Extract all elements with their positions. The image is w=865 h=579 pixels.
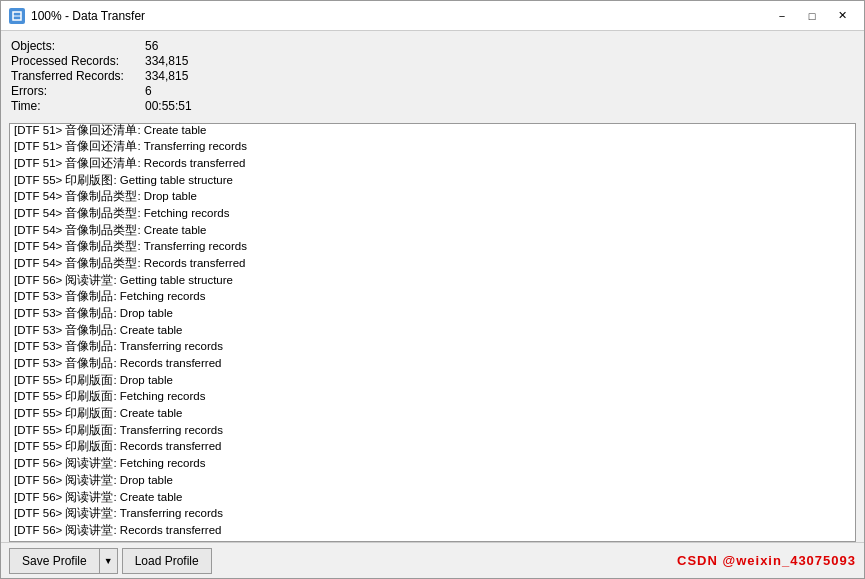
load-profile-button[interactable]: Load Profile — [122, 548, 212, 574]
app-icon — [9, 8, 25, 24]
objects-value: 56 — [145, 39, 158, 53]
stat-processed: Processed Records: 334,815 — [11, 54, 854, 68]
title-bar-left: 100% - Data Transfer — [9, 8, 145, 24]
log-line: [DTF 55> 印刷版面: Create table — [14, 405, 851, 422]
log-line: [DTF 55> 印刷版面: Drop table — [14, 372, 851, 389]
stat-transferred: Transferred Records: 334,815 — [11, 69, 854, 83]
log-line: [DTF 56> 阅读讲堂: Drop table — [14, 472, 851, 489]
log-line: [DTF 51> 音像回还清单: Create table — [14, 124, 851, 138]
log-line: [DTF 56> 阅读讲堂: Records transferred — [14, 522, 851, 539]
log-line: [DTF 54> 音像制品类型: Transferring records — [14, 238, 851, 255]
log-line: [DTF 54> 音像制品类型: Drop table — [14, 188, 851, 205]
main-window: 100% - Data Transfer − □ ✕ Objects: 56 P… — [0, 0, 865, 579]
stats-area: Objects: 56 Processed Records: 334,815 T… — [1, 31, 864, 123]
log-line: [DTF 56> 阅读讲堂: Getting table structure — [14, 272, 851, 289]
watermark: CSDN @weixin_43075093 — [677, 553, 856, 568]
log-line: [DTF 53> 音像制品: Transferring records — [14, 338, 851, 355]
save-profile-button[interactable]: Save Profile — [9, 548, 99, 574]
log-area: [DTF 50> 选书指南: Records transferred[DTF 5… — [9, 123, 856, 542]
close-button[interactable]: ✕ — [828, 6, 856, 26]
errors-value: 6 — [145, 84, 152, 98]
time-label: Time: — [11, 99, 141, 113]
objects-label: Objects: — [11, 39, 141, 53]
errors-label: Errors: — [11, 84, 141, 98]
log-line: [DTF 53> 音像制品: Records transferred — [14, 355, 851, 372]
window-controls: − □ ✕ — [768, 6, 856, 26]
dropdown-arrow-icon: ▼ — [104, 556, 113, 566]
transferred-label: Transferred Records: — [11, 69, 141, 83]
log-line: [DTF 55> 印刷版图: Getting table structure — [14, 172, 851, 189]
stat-errors: Errors: 6 — [11, 84, 854, 98]
log-line: [DTF 56> 阅读讲堂: Transferring records — [14, 505, 851, 522]
stat-objects: Objects: 56 — [11, 39, 854, 53]
log-line: [DTF 55> 印刷版面: Transferring records — [14, 422, 851, 439]
save-profile-dropdown-button[interactable]: ▼ — [99, 548, 118, 574]
time-value: 00:55:51 — [145, 99, 192, 113]
log-line: [DTF 51> 音像回还清单: Records transferred — [14, 155, 851, 172]
log-line: [DTF 53> 音像制品: Fetching records — [14, 288, 851, 305]
log-line: [DTF 53> 音像制品: Create table — [14, 322, 851, 339]
minimize-button[interactable]: − — [768, 6, 796, 26]
log-line: [DTF 55> 印刷版面: Fetching records — [14, 388, 851, 405]
window-title: 100% - Data Transfer — [31, 9, 145, 23]
log-line: [DTF 55> 印刷版面: Records transferred — [14, 438, 851, 455]
log-content[interactable]: [DTF 50> 选书指南: Records transferred[DTF 5… — [10, 124, 855, 541]
bottom-left: Save Profile ▼ Load Profile — [9, 548, 212, 574]
processed-value: 334,815 — [145, 54, 188, 68]
title-bar: 100% - Data Transfer − □ ✕ — [1, 1, 864, 31]
log-line: [DTF 54> 音像制品类型: Records transferred — [14, 255, 851, 272]
processed-label: Processed Records: — [11, 54, 141, 68]
stat-time: Time: 00:55:51 — [11, 99, 854, 113]
stats-rows: Objects: 56 Processed Records: 334,815 T… — [11, 39, 854, 113]
log-line: [DTF 54> 音像制品类型: Create table — [14, 222, 851, 239]
log-line: [DTF 56> 阅读讲堂: Create table — [14, 489, 851, 506]
log-line: [DTF 53> 音像制品: Drop table — [14, 305, 851, 322]
transferred-value: 334,815 — [145, 69, 188, 83]
bottom-bar: Save Profile ▼ Load Profile CSDN @weixin… — [1, 542, 864, 578]
log-line: [DTF 56> 阅读讲堂: Fetching records — [14, 455, 851, 472]
log-line: [DTF 54> 音像制品类型: Fetching records — [14, 205, 851, 222]
log-line: [DTF 51> 音像回还清单: Transferring records — [14, 138, 851, 155]
maximize-button[interactable]: □ — [798, 6, 826, 26]
